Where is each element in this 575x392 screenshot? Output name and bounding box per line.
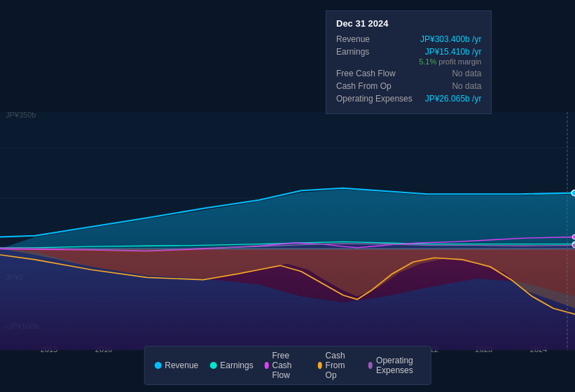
legend-item-revenue: Revenue xyxy=(154,360,198,370)
tooltip-label-earnings: Earnings xyxy=(336,47,420,57)
legend-item-fcf: Free Cash Flow xyxy=(265,351,307,380)
tooltip-label-fcf: Free Cash Flow xyxy=(336,69,420,78)
legend-dot-earnings xyxy=(209,362,216,369)
legend-dot-opex xyxy=(368,362,373,369)
tooltip-label-opex: Operating Expenses xyxy=(336,94,420,104)
tooltip-value-earnings: JP¥15.410b /yr xyxy=(425,47,482,57)
legend-label-earnings: Earnings xyxy=(220,360,253,370)
svg-point-7 xyxy=(571,190,575,196)
legend-dot-cashfromop xyxy=(318,362,322,369)
tooltip-row-fcf: Free Cash Flow No data xyxy=(336,69,481,78)
profit-margin: 5.1% profit margin xyxy=(336,57,481,66)
svg-point-10 xyxy=(572,243,575,248)
chart-container: Dec 31 2024 Revenue JP¥303.400b /yr Earn… xyxy=(0,0,575,392)
legend-label-revenue: Revenue xyxy=(165,360,198,370)
legend-item-cashfromop: Cash From Op xyxy=(318,351,357,380)
tooltip-label-cashfromop: Cash From Op xyxy=(336,81,420,91)
legend-item-earnings: Earnings xyxy=(209,360,253,370)
tooltip-date: Dec 31 2024 xyxy=(336,18,481,29)
legend: Revenue Earnings Free Cash Flow Cash Fro… xyxy=(144,346,431,385)
tooltip-box: Dec 31 2024 Revenue JP¥303.400b /yr Earn… xyxy=(326,10,492,114)
legend-item-opex: Operating Expenses xyxy=(368,356,421,375)
tooltip-value-revenue: JP¥303.400b /yr xyxy=(420,34,481,44)
tooltip-row-cashfromop: Cash From Op No data xyxy=(336,81,481,91)
tooltip-row-opex: Operating Expenses JP¥26.065b /yr xyxy=(336,94,481,104)
tooltip-value-fcf: No data xyxy=(452,69,481,78)
legend-label-cashfromop: Cash From Op xyxy=(326,351,358,380)
legend-label-opex: Operating Expenses xyxy=(376,356,421,375)
tooltip-value-cashfromop: No data xyxy=(452,81,481,91)
legend-dot-revenue xyxy=(154,362,161,369)
profit-margin-value: 5.1% xyxy=(419,57,436,66)
legend-dot-fcf xyxy=(265,362,269,369)
legend-label-fcf: Free Cash Flow xyxy=(272,351,306,380)
tooltip-label-revenue: Revenue xyxy=(336,34,420,44)
tooltip-row-revenue: Revenue JP¥303.400b /yr xyxy=(336,34,481,44)
tooltip-row-earnings: Earnings JP¥15.410b /yr xyxy=(336,47,481,57)
svg-point-9 xyxy=(572,234,575,239)
tooltip-value-opex: JP¥26.065b /yr xyxy=(425,94,482,104)
chart-svg xyxy=(0,112,575,350)
